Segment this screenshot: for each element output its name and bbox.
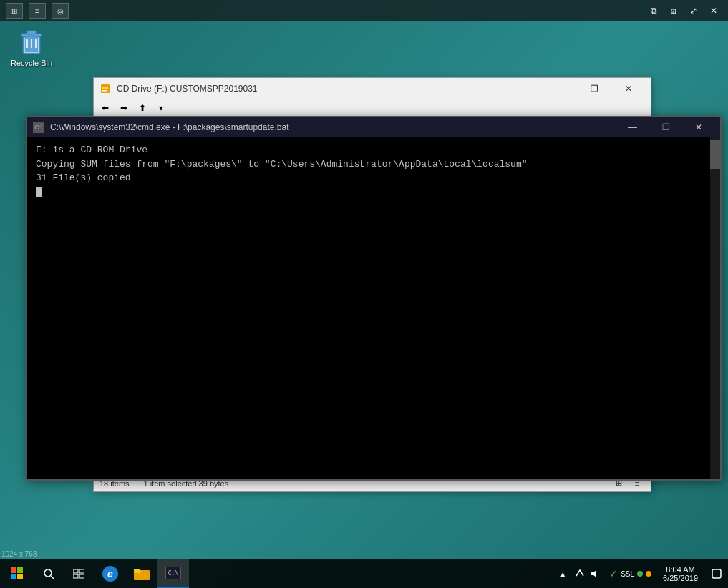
start-button[interactable] [0,559,34,588]
explorer-restore-button[interactable]: ❐ [578,78,611,99]
system-tray-icons [569,569,605,579]
ssl-label: SSL [621,570,634,578]
cmd-line-3: 31 File(s) copied [36,171,712,185]
taskbar-time: 8:04 AM [666,565,694,574]
cmd-window-controls: — ❐ ✕ [617,117,714,137]
svg-line-12 [51,576,54,579]
ssl-check-icon: ✓ [609,568,618,579]
cmd-line-1: F: is a CD-ROM Drive [36,143,712,157]
explorer-window-title: CD Drive (F:) CUSTOMSPP2019031 [117,84,543,94]
svg-rect-7 [11,567,16,573]
notification-button[interactable] [705,559,728,588]
cmd-close-button[interactable]: ✕ [683,117,714,137]
recycle-bin-svg [17,26,46,55]
system-tray-expand[interactable]: ▲ [556,570,569,578]
circle-icon[interactable]: ◎ [52,3,69,19]
svg-rect-9 [11,574,16,579]
minimize-window-icon[interactable]: ⧆ [665,3,682,19]
task-view-icon [73,568,84,579]
recycle-bin-icon[interactable]: Recycle Bin [6,24,57,71]
ssl-orange-dot [646,571,651,577]
svg-rect-19 [134,569,140,572]
cmd-cursor [36,187,42,197]
cmd-window-title: C:\Windows\system32\cmd.exe - F:\package… [50,122,617,132]
cmd-taskbar-label: C:\ [168,570,178,577]
explorer-window-icon [100,83,111,94]
volume-icon [589,569,599,579]
cmd-titlebar: C:\ C:\Windows\system32\cmd.exe - F:\pac… [27,117,720,137]
ribbon-icon2[interactable]: ➡ [115,100,132,116]
restore-window-icon[interactable]: ⧉ [645,3,662,19]
topbar-right-controls: ⧉ ⧆ ⤢ ✕ [645,3,722,19]
close-app-icon[interactable]: ✕ [705,3,722,19]
cmd-minimize-button[interactable]: — [617,117,649,137]
svg-rect-10 [17,574,23,579]
svg-rect-15 [73,574,78,578]
file-explorer-icon [134,567,150,580]
svg-rect-14 [79,569,84,573]
ie-icon: e [102,566,118,582]
task-view-button[interactable] [63,559,94,588]
svg-point-11 [44,569,52,577]
resolution-text: 1024 x 768 [1,550,37,558]
taskbar-date: 6/25/2019 [663,574,698,582]
svg-rect-5 [102,88,108,89]
cmd-content-area: F: is a CD-ROM Drive Copying SUM files f… [27,137,720,479]
explorer-titlebar: CD Drive (F:) CUSTOMSPP2019031 — ❐ ✕ [94,78,651,99]
cmd-line-4 [36,185,712,200]
taskbar-clock[interactable]: 8:04 AM 6/25/2019 [656,559,705,588]
ribbon-icon1[interactable]: ⬅ [97,100,114,116]
ribbon-dropdown[interactable]: ▾ [152,100,170,116]
explorer-close-button[interactable]: ✕ [612,78,645,99]
grid-icon[interactable]: ⊞ [6,3,23,19]
cmd-scrollbar[interactable] [710,137,720,479]
explorer-minimize-button[interactable]: — [543,78,576,99]
fullscreen-icon[interactable]: ⤢ [685,3,702,19]
system-topbar: ⊞ ≡ ◎ ⧉ ⧆ ⤢ ✕ [0,0,728,21]
start-icon [11,567,24,580]
svg-rect-13 [73,569,78,573]
taskbar: e C:\ ▲ [0,559,728,588]
ssl-green-dot [637,571,643,577]
cmd-restore-button[interactable]: ❐ [650,117,681,137]
network-icon [575,569,585,579]
search-icon [43,568,54,579]
svg-rect-8 [17,567,23,573]
svg-rect-21 [712,569,721,578]
file-explorer-taskbar-button[interactable] [126,559,157,588]
ie-taskbar-button[interactable]: e [94,559,126,588]
cmd-window: C:\ C:\Windows\system32\cmd.exe - F:\pac… [26,116,722,481]
svg-rect-16 [79,574,84,578]
svg-rect-6 [102,90,107,92]
svg-rect-2 [27,31,36,34]
svg-rect-4 [102,87,108,88]
list-icon[interactable]: ≡ [29,3,46,19]
cmd-taskbar-button[interactable]: C:\ [157,559,189,588]
cmd-line-2: Copying SUM files from "F:\packages\" to… [36,157,712,172]
ribbon-action-bar: ⬅ ➡ ⬆ ▾ [94,99,651,117]
explorer-window-controls: — ❐ ✕ [543,78,645,99]
taskbar-right: ▲ ✓ SSL 8:04 AM 6/25/2019 [556,559,728,588]
cmd-window-icon: C:\ [33,122,44,133]
search-button[interactable] [34,559,63,588]
cmd-scrollbar-thumb[interactable] [710,140,720,169]
ssl-badge: ✓ SSL [605,568,656,579]
notification-icon [712,569,722,579]
cmd-taskbar-icon: C:\ [165,567,181,579]
svg-marker-20 [591,570,596,577]
recycle-bin-label: Recycle Bin [11,58,52,68]
topbar-left-icons: ⊞ ≡ ◎ [6,3,69,19]
ribbon-icon3[interactable]: ⬆ [134,100,151,116]
